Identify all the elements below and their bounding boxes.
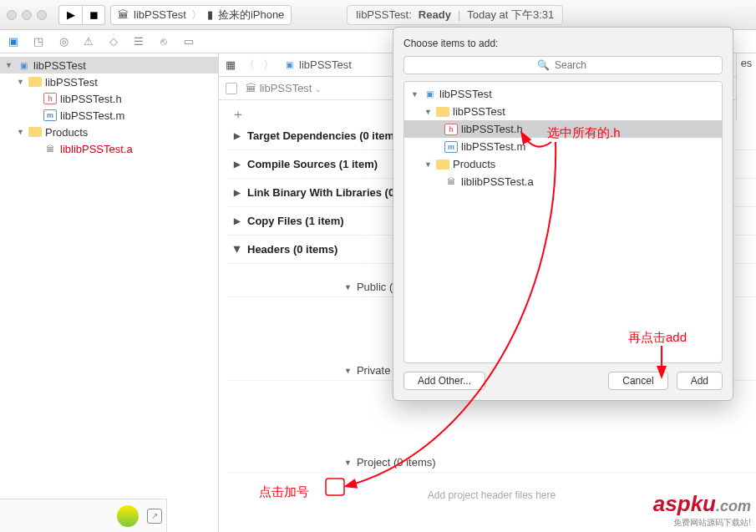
project-root[interactable]: ▼ ▣ libPSSTest (0, 57, 218, 73)
search-icon: 🔍 (537, 59, 550, 71)
xcodeproj-icon: ▣ (17, 59, 30, 71)
clipped-tab-label: es (741, 57, 753, 69)
tree-group[interactable]: ▼libPSSTest (404, 103, 722, 120)
tree-file-m[interactable]: mlibPSSTest.m (404, 138, 722, 155)
minimize-window-icon[interactable] (22, 10, 32, 20)
file-m-label: libPSSTest.m (60, 109, 124, 122)
tree-project[interactable]: ▼▣libPSSTest (404, 85, 722, 103)
run-button[interactable]: ▶ (58, 5, 82, 25)
issue-navigator-icon[interactable]: ◇ (107, 35, 120, 48)
disclosure-triangle-icon[interactable]: ▶ (234, 160, 241, 169)
cancel-button[interactable]: Cancel (608, 372, 667, 390)
add-other-button[interactable]: Add Other... (403, 372, 485, 390)
phase-label: Copy Files (1 item) (247, 215, 344, 227)
folder-icon (436, 107, 449, 117)
tree-label: libPSSTest (453, 105, 505, 118)
source-control-navigator-icon[interactable]: ◳ (32, 35, 45, 48)
disclosure-triangle-icon[interactable]: ▶ (234, 216, 241, 225)
file-h-label: libPSSTest.h (60, 93, 122, 105)
tree-file-h[interactable]: hlibPSSTest.h (404, 120, 722, 138)
disclosure-triangle-icon[interactable]: ▼ (344, 459, 352, 467)
tree-label: Products (453, 158, 495, 170)
stop-icon: ◼ (89, 8, 99, 21)
folder-icon (436, 160, 449, 170)
library-icon: 🏛 (118, 8, 129, 21)
tree-product-a[interactable]: 🏛liblibPSSTest.a (404, 173, 722, 190)
tree-products[interactable]: ▼Products (404, 155, 722, 173)
library-icon: 🏛 (444, 176, 458, 188)
window-toolbar: ▶ ◼ 🏛 libPSSTest 〉 ▮ 捡来的iPhone libPSSTes… (0, 0, 756, 30)
test-navigator-icon[interactable]: ☰ (132, 35, 145, 48)
target-dropdown[interactable]: 🏛 libPSSTest ⌄ (246, 82, 322, 94)
find-navigator-icon[interactable]: ⚠ (82, 35, 95, 48)
disclosure-triangle-icon[interactable]: ▼ (344, 283, 352, 291)
product-a-label: liblibPSSTest.a (60, 143, 133, 155)
add-button[interactable]: Add (677, 372, 723, 390)
project-navigator-icon[interactable]: ▣ (7, 35, 20, 48)
impl-file-icon: m (444, 141, 458, 153)
filter-toggle[interactable] (226, 83, 237, 94)
close-window-icon[interactable] (7, 10, 17, 20)
watermark: aspku.com 免费网站源码下载站! (653, 491, 751, 529)
group-label: Products (45, 126, 88, 139)
disclosure-triangle-icon[interactable]: ▼ (344, 367, 352, 375)
xcodeproj-icon: ▣ (423, 89, 436, 100)
project-navigator: ▼ ▣ libPSSTest ▼ libPSSTest h libPSSTest… (0, 53, 219, 532)
group-libpsstest[interactable]: ▼ libPSSTest (0, 73, 218, 90)
tree-label: liblibPSSTest.a (461, 175, 534, 188)
headers-project[interactable]: ▼Project (0 items) (227, 453, 756, 473)
disclosure-triangle-icon[interactable]: ▶ (233, 246, 242, 253)
header-file-icon: h (444, 124, 458, 135)
file-m[interactable]: m libPSSTest.m (0, 107, 218, 124)
product-a[interactable]: 🏛 liblibPSSTest.a (0, 140, 218, 157)
disclosure-triangle-icon[interactable]: ▼ (17, 128, 25, 136)
phase-label: Headers (0 items) (247, 243, 337, 256)
disclosure-triangle-icon[interactable]: ▼ (411, 90, 419, 99)
disclosure-triangle-icon[interactable]: ▼ (424, 108, 433, 116)
device-icon: ▮ (207, 8, 213, 21)
group-label: libPSSTest (45, 76, 98, 89)
chevron-right-icon: 〉 (191, 8, 202, 23)
disclosure-triangle-icon[interactable]: ▼ (5, 61, 13, 69)
disclosure-triangle-icon[interactable]: ▼ (17, 78, 25, 86)
folder-icon (28, 77, 42, 87)
section-label: Project (0 items) (357, 456, 436, 469)
related-items-icon[interactable]: ▦ (226, 58, 236, 71)
status-time: Today at 下午3:31 (467, 8, 554, 23)
back-icon[interactable]: 〈 (244, 58, 255, 73)
activity-status: libPSSTest: Ready | Today at 下午3:31 (347, 5, 563, 25)
project-root-label: libPSSTest (33, 59, 86, 72)
watermark-sub: 免费网站源码下载站! (653, 517, 751, 529)
tree-label: libPSSTest.h (461, 123, 523, 135)
dropdown-chevron-icon: ⌄ (315, 85, 322, 94)
disclosure-triangle-icon[interactable]: ▶ (234, 131, 241, 140)
target-dropdown-label: libPSSTest (260, 82, 312, 94)
watermark-brand: aspku (653, 491, 716, 516)
scheme-target-label: libPSSTest (134, 8, 186, 21)
scheme-device-label: 捡来的iPhone (218, 8, 284, 23)
disclosure-triangle-icon[interactable]: ▶ (234, 188, 241, 197)
file-h[interactable]: h libPSSTest.h (0, 90, 218, 107)
popover-file-tree[interactable]: ▼▣libPSSTest ▼libPSSTest hlibPSSTest.h m… (403, 81, 723, 363)
presence-dock: ↗ (0, 499, 167, 532)
breakpoint-navigator-icon[interactable]: ▭ (182, 35, 195, 48)
disclosure-triangle-icon[interactable]: ▼ (424, 160, 433, 169)
debug-navigator-icon[interactable]: ⎋ (157, 35, 170, 48)
traffic-lights[interactable] (7, 10, 47, 20)
search-input[interactable] (403, 56, 723, 74)
library-icon: 🏛 (246, 82, 256, 94)
status-state: Ready (419, 8, 451, 21)
zoom-window-icon[interactable] (37, 10, 47, 20)
crumb-label[interactable]: libPSSTest (299, 58, 352, 71)
add-phase-button[interactable]: ＋ (231, 107, 246, 122)
group-products[interactable]: ▼ Products (0, 124, 218, 140)
availability-icon[interactable]: ↗ (147, 509, 162, 524)
clipped-tab: es (736, 53, 756, 120)
symbol-navigator-icon[interactable]: ◎ (57, 35, 70, 48)
stop-button[interactable]: ◼ (82, 5, 105, 25)
forward-icon[interactable]: 〉 (263, 58, 274, 73)
avatar-icon[interactable] (117, 505, 139, 527)
folder-icon (28, 127, 42, 137)
tree-label: libPSSTest.m (461, 140, 525, 153)
scheme-selector[interactable]: 🏛 libPSSTest 〉 ▮ 捡来的iPhone (110, 5, 292, 25)
